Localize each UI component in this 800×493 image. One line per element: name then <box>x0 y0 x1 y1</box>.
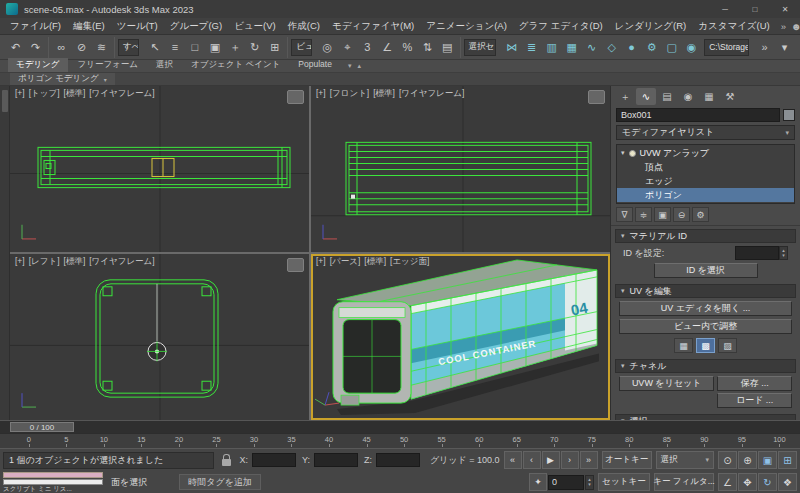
orbit-icon[interactable]: ↻ <box>758 473 777 491</box>
left-viewport-canvas[interactable] <box>10 254 309 420</box>
viewport-standard-menu[interactable]: [標準] <box>373 88 395 100</box>
timeline-tick[interactable]: 75 <box>573 434 611 448</box>
render-production-icon[interactable]: ◉ <box>682 38 701 57</box>
viewport-pov-menu[interactable]: [トップ] <box>29 88 60 100</box>
use-pivot-center-icon[interactable]: ◎ <box>318 38 337 57</box>
go-to-start-icon[interactable]: « <box>504 451 522 469</box>
timeline-tick[interactable]: 40 <box>310 434 348 448</box>
timeline-tick[interactable]: 90 <box>686 434 724 448</box>
timeline-tick[interactable]: 55 <box>423 434 461 448</box>
play-icon[interactable]: ▶ <box>542 451 560 469</box>
add-time-tag-button[interactable]: 時間タグを追加 <box>179 474 261 490</box>
next-frame-icon[interactable]: › <box>561 451 579 469</box>
spinner-snap-icon[interactable]: ⇅ <box>418 38 437 57</box>
selection-filter-dropdown[interactable]: すべて ▾ <box>118 39 139 56</box>
create-tab-icon[interactable]: ＋ <box>615 88 635 105</box>
menu-item[interactable]: レンダリング(R) <box>609 20 693 33</box>
maxscript-mini-listener[interactable]: スクリプト ミニ リス... <box>3 472 103 493</box>
edit-named-selections-icon[interactable]: ▤ <box>438 38 457 57</box>
modifier-enable-icon[interactable] <box>629 150 636 157</box>
select-and-move-icon[interactable]: ＋ <box>225 38 244 57</box>
zoom-extents-all-icon[interactable]: ⊞ <box>778 451 797 469</box>
ribbon-tab-object-paint[interactable]: オブジェクト ペイント <box>183 58 288 72</box>
percent-snap-icon[interactable]: % <box>398 38 417 57</box>
menu-item[interactable]: モディファイヤ(M) <box>326 20 420 33</box>
distortion-angle-icon[interactable]: ▩ <box>696 338 715 353</box>
auto-key-button[interactable]: オートキー <box>602 451 652 469</box>
menu-item[interactable]: グループ(G) <box>164 20 228 33</box>
ribbon-tab-freeform[interactable]: フリーフォーム <box>70 58 147 72</box>
timeline-tick[interactable]: 50 <box>385 434 423 448</box>
hierarchy-tab-icon[interactable]: ▤ <box>657 88 677 105</box>
timeline-tick[interactable]: 60 <box>460 434 498 448</box>
viewport-shading-menu[interactable]: [ワイヤフレーム] <box>399 88 464 100</box>
modify-tab-icon[interactable]: ∿ <box>636 88 656 105</box>
save-uvw-button[interactable]: 保存 ... <box>717 376 792 391</box>
select-and-scale-icon[interactable]: ⊞ <box>265 38 284 57</box>
distortion-area-icon[interactable]: ▨ <box>718 338 737 353</box>
coordinate-system-dropdown[interactable]: ビュー ▾ <box>291 39 311 56</box>
viewport-left[interactable]: [+] [レフト] [標準] [ワイヤフレーム] <box>10 254 309 420</box>
viewcube[interactable] <box>287 90 304 104</box>
top-viewport-canvas[interactable] <box>10 86 309 252</box>
expand-icon[interactable]: ▾ <box>621 149 625 157</box>
select-and-manipulate-icon[interactable]: ⌖ <box>338 38 357 57</box>
menu-overflow-icon[interactable]: » <box>776 21 791 32</box>
mirror-icon[interactable]: ⋈ <box>502 38 521 57</box>
selection-lock-icon[interactable] <box>222 459 232 466</box>
material-editor-icon[interactable]: ● <box>622 38 641 57</box>
front-viewport-canvas[interactable] <box>311 86 610 252</box>
menu-item[interactable]: ファイル(F) <box>4 20 67 33</box>
key-mode-toggle-icon[interactable]: ✦ <box>529 473 547 491</box>
timeline-tick[interactable]: 45 <box>348 434 386 448</box>
set-id-input[interactable] <box>735 246 779 260</box>
viewcube[interactable] <box>287 258 304 272</box>
rectangular-selection-icon[interactable]: □ <box>185 38 204 57</box>
select-id-button[interactable]: ID を選択 <box>654 263 758 278</box>
toolbar-options-icon[interactable]: ▾ <box>775 38 794 57</box>
ribbon-minimize-icon[interactable]: ▴ <box>357 62 361 70</box>
maximize-viewport-icon[interactable]: ❖ <box>778 473 797 491</box>
previous-frame-icon[interactable]: ‹ <box>523 451 541 469</box>
show-end-result-icon[interactable]: ≑ <box>635 207 652 222</box>
angle-snap-icon[interactable]: ∠ <box>378 38 397 57</box>
timeline-tick[interactable]: 20 <box>160 434 198 448</box>
open-uv-editor-button[interactable]: UV エディタを開く ... <box>619 301 792 316</box>
ribbon-dropdown-icon[interactable]: ▾ <box>348 62 352 70</box>
ribbon-tab-selection[interactable]: 選択 <box>148 58 181 72</box>
snaps-toggle-icon[interactable]: 3 <box>358 38 377 57</box>
more-tools-icon[interactable]: » <box>755 38 774 57</box>
viewport-standard-menu[interactable]: [標準] <box>64 88 86 100</box>
viewport-shading-menu[interactable]: [ワイヤフレーム] <box>89 88 154 100</box>
viewport-shading-menu[interactable]: [エッジ面] <box>390 256 429 268</box>
stack-row-vertex[interactable]: 頂点 <box>617 160 794 174</box>
schematic-view-icon[interactable]: ◇ <box>602 38 621 57</box>
menu-item[interactable]: 編集(E) <box>67 20 111 33</box>
viewport-top[interactable]: [+] [トップ] [標準] [ワイヤフレーム] <box>10 86 309 252</box>
selection-rollout-header[interactable]: ▾ 選択 <box>615 414 796 420</box>
viewport-perspective[interactable]: [+] [パース] [標準] [エッジ面] <box>311 254 610 420</box>
named-selection-sets-dropdown[interactable]: 選択セット作成 ▾ <box>464 39 496 56</box>
viewport-layout-tabs[interactable] <box>0 86 10 420</box>
material-id-rollout-header[interactable]: ▾ マテリアル ID <box>615 229 796 243</box>
ribbon-tab-modeling[interactable]: モデリング <box>8 58 68 72</box>
object-name-field[interactable] <box>616 108 780 122</box>
stack-row-polygon[interactable]: ポリゴン <box>617 188 794 202</box>
zoom-all-icon[interactable]: ⊕ <box>738 451 757 469</box>
selection-set-dropdown[interactable]: 選択 ▾ <box>656 451 714 469</box>
motion-tab-icon[interactable]: ◉ <box>678 88 698 105</box>
spinner-arrows-icon[interactable]: ▴ ▾ <box>585 475 594 490</box>
remove-modifier-icon[interactable]: ⊖ <box>673 207 690 222</box>
set-id-field[interactable]: ▴ ▾ <box>735 246 788 260</box>
configure-modifier-sets-icon[interactable]: ⚙ <box>692 207 709 222</box>
scene-explorer-icon[interactable]: ▥ <box>542 38 561 57</box>
tweak-in-view-button[interactable]: ビュー内で調整 <box>619 319 792 334</box>
stack-row-unwrap-uvw[interactable]: ▾ UVW アンラップ <box>617 146 794 160</box>
viewport-menu-plus[interactable]: [+] <box>15 88 25 100</box>
modifier-list-dropdown[interactable]: モディファイヤリスト ▾ <box>616 125 795 140</box>
timeline-ruler[interactable]: 0510152025303540455055606570758085909510… <box>0 433 800 448</box>
viewport-standard-menu[interactable]: [標準] <box>364 256 386 268</box>
menu-item[interactable]: ツール(T) <box>111 20 164 33</box>
stack-row-edge[interactable]: エッジ <box>617 174 794 188</box>
align-icon[interactable]: ≣ <box>522 38 541 57</box>
